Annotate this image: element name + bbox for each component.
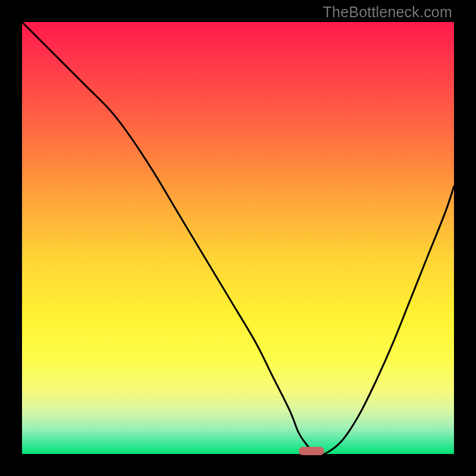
chart-overlay xyxy=(22,22,454,454)
chart-frame: TheBottleneck.com xyxy=(0,0,476,476)
watermark-text: TheBottleneck.com xyxy=(323,4,452,21)
optimal-point-marker xyxy=(299,447,325,455)
bottleneck-curve xyxy=(22,22,454,455)
